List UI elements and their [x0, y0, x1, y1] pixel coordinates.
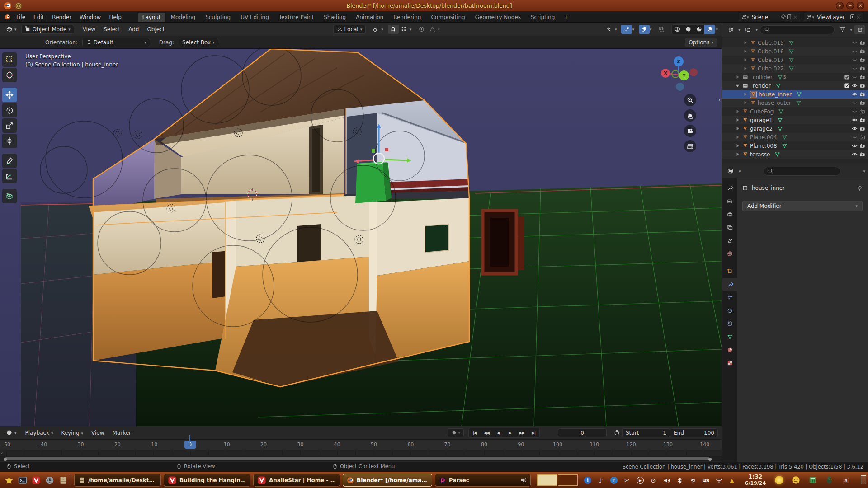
- tray-cut-icon[interactable]: ✂: [623, 476, 632, 485]
- launcher-star[interactable]: [4, 475, 14, 486]
- viewport-canvas[interactable]: [0, 49, 722, 426]
- prev-keyframe-button[interactable]: ◀◀: [481, 428, 492, 437]
- properties-tab-physics[interactable]: [722, 304, 737, 317]
- timeline-menu-view[interactable]: View: [87, 429, 108, 437]
- properties-tab-data[interactable]: [722, 330, 737, 343]
- expand-icon[interactable]: [735, 126, 741, 132]
- render-visibility-icon[interactable]: [859, 48, 865, 55]
- timeline-scrollbar[interactable]: [5, 457, 710, 460]
- tray-usb-icon[interactable]: [688, 476, 697, 485]
- properties-tab-object[interactable]: [722, 265, 737, 278]
- frame-end-field[interactable]: End 100: [670, 428, 718, 437]
- shading-solid-icon[interactable]: [683, 25, 693, 34]
- expand-icon[interactable]: [735, 74, 741, 80]
- properties-tab-material[interactable]: [722, 343, 737, 357]
- timeline-menu-keying[interactable]: Keying ▾: [57, 429, 87, 437]
- tray-upload-icon[interactable]: ↑: [609, 476, 618, 485]
- task-building-the-hanging-g[interactable]: Building the Hanging G...: [164, 474, 250, 487]
- window-close-button[interactable]: ×: [857, 2, 864, 9]
- tray-warning-icon[interactable]: ▲: [727, 476, 736, 485]
- timeline-menu-playback[interactable]: Playback ▾: [21, 429, 57, 437]
- expand-icon[interactable]: [735, 134, 741, 141]
- pivot-point-icon[interactable]: [370, 25, 381, 34]
- render-disabled-icon[interactable]: [859, 108, 865, 115]
- properties-tab-world[interactable]: [722, 247, 737, 260]
- taskbar-clock[interactable]: 1:326/19/24: [741, 473, 769, 487]
- timeline-ruler[interactable]: -50-40-30-20-100102030405060708090100110…: [0, 440, 722, 450]
- eye-open-icon[interactable]: [852, 117, 858, 123]
- collapse-icon[interactable]: [735, 83, 741, 89]
- outliner-item-plane-008[interactable]: Plane.008: [722, 141, 868, 150]
- visibility-dropdown-icon[interactable]: [604, 25, 615, 34]
- editor-type-outliner-icon[interactable]: [725, 25, 736, 34]
- eye-closed-icon[interactable]: [852, 48, 858, 55]
- tool-cursor[interactable]: [2, 68, 17, 82]
- outliner-item-cube-022[interactable]: Cube.022: [722, 64, 868, 73]
- render-visibility-icon[interactable]: [859, 143, 865, 149]
- editor-type-properties-icon[interactable]: [725, 167, 736, 176]
- outliner-item-plane-004[interactable]: Plane.004: [722, 133, 868, 141]
- tray-keyboard-layout-icon[interactable]: us: [701, 476, 710, 485]
- outliner-item-collider[interactable]: _collider5: [722, 73, 868, 81]
- render-visibility-icon[interactable]: [859, 126, 865, 132]
- eye-closed-icon[interactable]: [852, 134, 858, 141]
- tab-sculpting[interactable]: Sculpting: [201, 13, 235, 22]
- tab-texture-paint[interactable]: Texture Paint: [274, 13, 318, 22]
- tool-scale[interactable]: [2, 118, 17, 133]
- properties-tab-tool[interactable]: [722, 182, 737, 195]
- play-reverse-button[interactable]: ◀: [492, 428, 504, 437]
- task-home-amalie-desktop[interactable]: /home/amalie/Desktop...: [74, 474, 161, 487]
- tray-smiley-icon[interactable]: [791, 475, 801, 485]
- properties-tab-view-layer[interactable]: [722, 221, 737, 234]
- eye-open-icon[interactable]: [852, 151, 858, 158]
- outliner-item-render[interactable]: _render: [722, 81, 868, 90]
- eye-closed-icon[interactable]: [852, 74, 858, 80]
- shading-material-icon[interactable]: [693, 25, 704, 34]
- overlays-toggle-icon[interactable]: [639, 25, 650, 34]
- playhead[interactable]: [189, 435, 190, 447]
- viewport-menu-view[interactable]: View: [79, 25, 99, 33]
- eye-open-icon[interactable]: [852, 143, 858, 149]
- eye-closed-icon[interactable]: [852, 100, 858, 106]
- viewlayer-selector[interactable]: ▾ ViewLayer ×: [804, 13, 863, 21]
- collection-checkbox[interactable]: [844, 83, 850, 89]
- orientation-default-dropdown[interactable]: Default ▾: [82, 38, 150, 47]
- window-minimize-button[interactable]: −: [846, 2, 854, 9]
- tray-record-icon[interactable]: ⊙: [649, 476, 658, 485]
- expand-icon[interactable]: [735, 108, 741, 115]
- launcher-file-cabinet[interactable]: [58, 475, 69, 486]
- eye-closed-icon[interactable]: [852, 40, 858, 46]
- tab-geometry-nodes[interactable]: Geometry Nodes: [471, 13, 525, 22]
- expand-icon[interactable]: [735, 143, 741, 149]
- tab-modeling[interactable]: Modeling: [166, 13, 200, 22]
- outliner-item-cube-016[interactable]: Cube.016: [722, 47, 868, 56]
- scrollbar-left-knob[interactable]: [4, 458, 7, 461]
- expand-icon[interactable]: [742, 66, 748, 72]
- expand-icon[interactable]: [742, 91, 748, 98]
- gizmos-toggle-icon[interactable]: [621, 25, 632, 34]
- viewport-menu-object[interactable]: Object: [143, 25, 169, 33]
- jump-start-button[interactable]: |◀: [469, 428, 481, 437]
- menu-window[interactable]: Window: [75, 13, 105, 21]
- outliner-item-cubefog[interactable]: CubeFog: [722, 107, 868, 116]
- expand-icon[interactable]: [742, 100, 748, 106]
- 3d-viewport[interactable]: User Perspective (0) Scene Collection | …: [0, 49, 722, 426]
- expand-icon[interactable]: [742, 48, 748, 55]
- expand-icon[interactable]: [735, 151, 741, 158]
- tool-rotate[interactable]: [2, 103, 17, 117]
- snap-target-icon[interactable]: [399, 25, 410, 34]
- pin-icon[interactable]: [857, 185, 863, 191]
- tray-calculator-icon[interactable]: [807, 475, 818, 485]
- tab-animation[interactable]: Animation: [351, 13, 388, 22]
- tool-box-select[interactable]: [2, 52, 17, 67]
- xray-toggle-icon[interactable]: [656, 25, 667, 34]
- tool-add-cube[interactable]: [2, 189, 17, 203]
- outliner-item-cube-015[interactable]: Cube.015: [722, 38, 868, 47]
- transform-orientation-dropdown[interactable]: Local ▾: [333, 25, 366, 34]
- auto-keying-toggle[interactable]: ▾: [448, 428, 464, 437]
- tool-annotate[interactable]: [2, 154, 17, 168]
- expand-icon[interactable]: [742, 40, 748, 46]
- jump-end-button[interactable]: ▶|: [528, 428, 539, 437]
- show-desktop-button[interactable]: [861, 475, 866, 484]
- tool-move[interactable]: [2, 88, 17, 102]
